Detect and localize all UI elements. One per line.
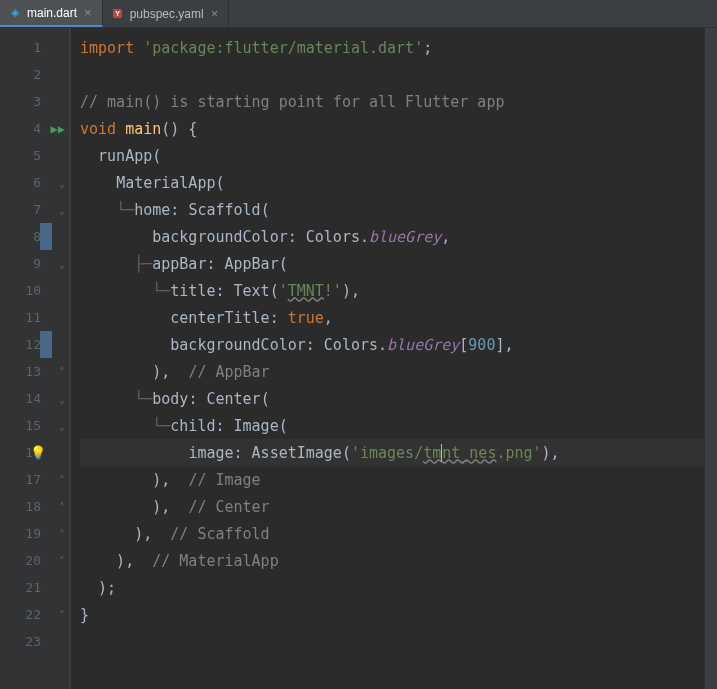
- gutter-line: 22˄: [0, 601, 69, 628]
- gutter-line: 5: [0, 142, 69, 169]
- token-str-u: nt_nes: [442, 444, 496, 462]
- change-marker: [40, 223, 52, 250]
- gutter-line: 11: [0, 304, 69, 331]
- token-cls: centerTitle: [170, 309, 269, 327]
- code-line[interactable]: backgroundColor: Colors.blueGrey[900],: [80, 331, 717, 358]
- code-line[interactable]: ), // AppBar: [80, 358, 717, 385]
- scrollbar[interactable]: [705, 28, 717, 689]
- code-line[interactable]: ), // Image: [80, 466, 717, 493]
- token-pn: :: [215, 282, 233, 300]
- fold-expand-icon[interactable]: ˄: [59, 500, 65, 513]
- line-number: 11: [25, 310, 41, 325]
- token-pn: [116, 120, 125, 138]
- line-number: 15: [25, 418, 41, 433]
- token-pn: (: [215, 174, 224, 192]
- token-pn: () {: [161, 120, 197, 138]
- code-line[interactable]: import 'package:flutter/material.dart';: [80, 34, 717, 61]
- token-pn: [80, 255, 134, 273]
- line-number: 4: [33, 121, 41, 136]
- line-number: 2: [33, 67, 41, 82]
- token-pn: ),: [80, 363, 188, 381]
- code-line[interactable]: centerTitle: true,: [80, 304, 717, 331]
- token-tree-v: └─: [152, 282, 170, 300]
- code-line[interactable]: }: [80, 601, 717, 628]
- code-line[interactable]: runApp(: [80, 142, 717, 169]
- code-line[interactable]: void main() {: [80, 115, 717, 142]
- tab-main-dart[interactable]: ◈ main.dart ×: [0, 0, 103, 27]
- token-cls: appBar: [152, 255, 206, 273]
- gutter-line: 17˄: [0, 466, 69, 493]
- token-pn: [80, 228, 152, 246]
- fold-collapse-icon[interactable]: ⌄: [58, 392, 65, 405]
- fold-collapse-icon[interactable]: ⌄: [58, 176, 65, 189]
- token-tree-v: └─: [116, 201, 134, 219]
- run-icon[interactable]: ▶▶: [51, 122, 65, 136]
- fold-collapse-icon[interactable]: ⌄: [58, 203, 65, 216]
- token-pn: (: [261, 201, 270, 219]
- token-stat: blueGrey: [369, 228, 441, 246]
- token-cls: backgroundColor: [152, 228, 287, 246]
- code-line[interactable]: └─title: Text('TMNT!'),: [80, 277, 717, 304]
- token-pn: ;: [423, 39, 432, 57]
- gutter-line: 21: [0, 574, 69, 601]
- fold-expand-icon[interactable]: ˄: [59, 473, 65, 486]
- token-cls: child: [170, 417, 215, 435]
- fold-expand-icon[interactable]: ˄: [59, 527, 65, 540]
- token-tree-v: ├─: [134, 255, 152, 273]
- code-line[interactable]: └─child: Image(: [80, 412, 717, 439]
- code-line[interactable]: MaterialApp(: [80, 169, 717, 196]
- code-line[interactable]: └─home: Scaffold(: [80, 196, 717, 223]
- fold-expand-icon[interactable]: ˄: [59, 554, 65, 567]
- gutter-line: 1: [0, 34, 69, 61]
- code-line[interactable]: [80, 628, 717, 655]
- code-line[interactable]: 💡 image: AssetImage('images/tmnt_nes.png…: [80, 439, 717, 466]
- close-icon[interactable]: ×: [209, 6, 221, 21]
- code-line[interactable]: ), // Center: [80, 493, 717, 520]
- code-editor[interactable]: 1234▶▶56⌄7⌄89⌄10111213˄14⌄15⌄1617˄18˄19˄…: [0, 28, 717, 689]
- token-cls: runApp: [98, 147, 152, 165]
- token-cmt: // MaterialApp: [152, 552, 278, 570]
- token-pn: [80, 336, 170, 354]
- line-number: 20: [25, 553, 41, 568]
- token-pn: );: [80, 579, 116, 597]
- code-line[interactable]: └─body: Center(: [80, 385, 717, 412]
- tab-pubspec-yaml[interactable]: Y pubspec.yaml ×: [103, 0, 230, 27]
- fold-collapse-icon[interactable]: ⌄: [58, 257, 65, 270]
- token-cls: AppBar: [225, 255, 279, 273]
- token-pn: ),: [80, 498, 188, 516]
- token-cmt: // AppBar: [188, 363, 269, 381]
- line-number: 7: [33, 202, 41, 217]
- tab-label: pubspec.yaml: [130, 7, 204, 21]
- token-cls: home: [134, 201, 170, 219]
- close-icon[interactable]: ×: [82, 5, 94, 20]
- token-pn: }: [80, 606, 89, 624]
- code-line[interactable]: ├─appBar: AppBar(: [80, 250, 717, 277]
- token-pn: ),: [80, 552, 152, 570]
- token-pn: [80, 174, 116, 192]
- lightbulb-icon[interactable]: 💡: [30, 445, 46, 460]
- token-stat: blueGrey: [387, 336, 459, 354]
- token-cmt: // main() is starting point for all Flut…: [80, 93, 504, 111]
- code-line[interactable]: );: [80, 574, 717, 601]
- token-cls: Text: [234, 282, 270, 300]
- token-pn: (: [270, 282, 279, 300]
- token-cls: MaterialApp: [116, 174, 215, 192]
- token-str: .png': [496, 444, 541, 462]
- code-line[interactable]: ), // Scaffold: [80, 520, 717, 547]
- token-cmt: // Scaffold: [170, 525, 269, 543]
- code-line[interactable]: backgroundColor: Colors.blueGrey,: [80, 223, 717, 250]
- fold-collapse-icon[interactable]: ⌄: [58, 419, 65, 432]
- code-line[interactable]: ), // MaterialApp: [80, 547, 717, 574]
- gutter-line: 20˄: [0, 547, 69, 574]
- code-area[interactable]: import 'package:flutter/material.dart';/…: [70, 28, 717, 689]
- line-number: 6: [33, 175, 41, 190]
- fold-expand-icon[interactable]: ˄: [59, 365, 65, 378]
- code-line[interactable]: [80, 61, 717, 88]
- token-cls: body: [152, 390, 188, 408]
- code-line[interactable]: // main() is starting point for all Flut…: [80, 88, 717, 115]
- fold-expand-icon[interactable]: ˄: [59, 608, 65, 621]
- gutter-line: 3: [0, 88, 69, 115]
- token-fn: main: [125, 120, 161, 138]
- token-pn: [80, 444, 188, 462]
- line-number: 17: [25, 472, 41, 487]
